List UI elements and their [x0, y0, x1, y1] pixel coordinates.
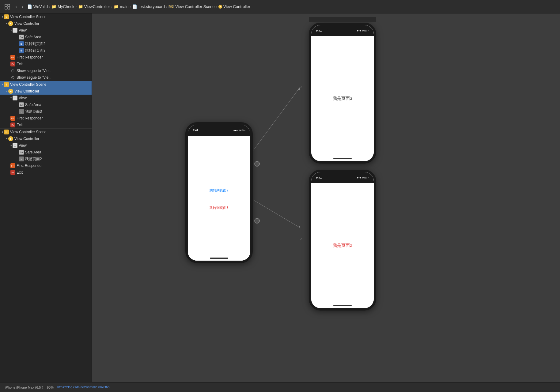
sidebar-vc3[interactable]: ● View Controller: [0, 135, 92, 142]
phone-main-btn1: 跳转到页面2: [210, 188, 228, 193]
back-button[interactable]: ‹: [14, 3, 18, 10]
phone-main-homebar: [210, 258, 228, 259]
breadcrumb-vc[interactable]: ● View Controller: [218, 4, 250, 9]
svg-rect-3: [8, 7, 10, 9]
phone-main-notch: [204, 125, 234, 132]
phone-main-content: 跳转到页面2 跳转到页面3: [188, 136, 250, 261]
sidebar-safearea1[interactable]: SA Safe Area: [0, 34, 92, 40]
sidebar-section-3: S View Controller Scene ● View Controlle…: [0, 129, 92, 176]
svg-rect-1: [8, 4, 10, 6]
phone-page2[interactable]: View Controller 9:41 ●●●WiFi▪ 我是页面2: [309, 170, 376, 311]
sidebar-btn1[interactable]: B 跳转到页面2: [0, 40, 92, 47]
breadcrumb-scene[interactable]: VC View Controller Scene: [168, 4, 214, 9]
phone-page3[interactable]: 9:41 ●●●WiFi▪ 我是页面3: [309, 23, 376, 164]
phone-page3-top-label: [309, 17, 376, 22]
sidebar-scene2[interactable]: S View Controller Scene: [0, 81, 92, 88]
phone-main-screen: 9:41 ●●●WiFi▪ 跳转到页面2 跳转到页面3: [188, 125, 250, 261]
sidebar-fr3[interactable]: FR First Responder: [0, 162, 92, 169]
svg-rect-0: [5, 4, 7, 6]
phone-page2-status: ●●●WiFi▪: [357, 176, 369, 179]
phone-page2-notch: [327, 172, 358, 179]
sidebar-btn2[interactable]: B 跳转到页面3: [0, 47, 92, 54]
phone-page3-screen: 9:41 ●●●WiFi▪ 我是页面3: [311, 25, 374, 161]
sidebar-exit3[interactable]: Ex Exit: [0, 169, 92, 176]
conn-dot-1: [254, 161, 260, 167]
svg-rect-2: [5, 7, 7, 9]
breadcrumb-main[interactable]: 📁 main: [114, 4, 128, 9]
sidebar-scene3[interactable]: S View Controller Scene: [0, 129, 92, 135]
breadcrumb: 📄 WeValid › 📁 MyCheck › 📁 ViewController…: [27, 4, 250, 9]
sidebar-section-2: S View Controller Scene ● View Controlle…: [0, 81, 92, 129]
sidebar-segue2[interactable]: ⊙ Show segue to "Vie...: [0, 74, 92, 81]
phone-page3-notchbar: 9:41 ●●●WiFi▪: [311, 25, 374, 36]
phone-page2-text: 我是页面2: [333, 243, 352, 248]
canvas[interactable]: › › View Controller 9:41 ●●●WiFi▪ 跳转到页面2…: [92, 13, 560, 382]
sidebar-lbl2[interactable]: L 我是页面2: [0, 156, 92, 162]
breadcrumb-storyboard[interactable]: 📄 test.storyboard: [132, 4, 165, 9]
conn-dot-2: [254, 218, 260, 224]
nav-bar: ‹ › 📄 WeValid › 📁 MyCheck › 📁 ViewContro…: [0, 0, 560, 13]
phone-main-btn2: 跳转到页面3: [210, 205, 228, 210]
bottom-zoom: 90%: [47, 386, 54, 389]
breadcrumb-mycheck[interactable]: 📁 MyCheck: [51, 4, 74, 9]
breadcrumb-wevalid[interactable]: 📄 WeValid: [27, 4, 48, 9]
sidebar-exit2[interactable]: Ex Exit: [0, 122, 92, 128]
svg-marker-5: [298, 87, 300, 91]
sidebar-fr1[interactable]: FR First Responder: [0, 54, 92, 61]
arrow-to-page3: ›: [300, 84, 302, 89]
svg-marker-7: [298, 225, 300, 228]
sidebar-section-1: S View Controller Scene ● View Controlle…: [0, 13, 92, 81]
phone-page3-notch: [327, 25, 358, 32]
phone-page3-content: 我是页面3: [311, 36, 374, 161]
phone-page3-text: 我是页面3: [333, 96, 352, 101]
sidebar-safearea2[interactable]: SA Safe Area: [0, 101, 92, 108]
arrow-to-page2: ›: [300, 236, 302, 241]
grid-icon[interactable]: [3, 2, 12, 11]
forward-button[interactable]: ›: [21, 3, 25, 10]
phone-page2-scene-label: View Controller: [311, 170, 374, 171]
phone-page2-homebar: [333, 305, 352, 306]
phone-main-notchbar: 9:41 ●●●WiFi▪: [188, 125, 250, 136]
sidebar-safearea3[interactable]: SA Safe Area: [0, 149, 92, 156]
sidebar-vc2[interactable]: ● View Controller: [0, 88, 92, 95]
phone-page2-screen: 9:41 ●●●WiFi▪ 我是页面2: [311, 172, 374, 308]
main-content: S View Controller Scene ● View Controlle…: [0, 13, 560, 382]
bottom-url[interactable]: https://blog.csdn.net/weixin/208870829..…: [57, 386, 113, 389]
sidebar-fr2[interactable]: FR First Responder: [0, 115, 92, 122]
breadcrumb-viewcontroller[interactable]: 📁 ViewController: [78, 4, 110, 9]
bottom-bar: iPhone iPhone Max (6.5") 90% https://blo…: [0, 382, 560, 392]
sidebar-lbl1[interactable]: L 我是页面3: [0, 108, 92, 115]
phone-page3-homebar: [333, 158, 352, 159]
bottom-device: iPhone iPhone Max (6.5"): [5, 386, 43, 389]
sidebar-view1[interactable]: □ View: [0, 27, 92, 34]
phone-main[interactable]: View Controller 9:41 ●●●WiFi▪ 跳转到页面2 跳转到…: [185, 122, 253, 263]
sidebar-view3[interactable]: □ View: [0, 142, 92, 149]
sidebar-exit1[interactable]: Ex Exit: [0, 61, 92, 67]
phone-page2-notchbar: 9:41 ●●●WiFi▪: [311, 172, 374, 183]
sidebar-vc1[interactable]: ● View Controller: [0, 20, 92, 27]
sidebar: S View Controller Scene ● View Controlle…: [0, 13, 92, 382]
phone-page2-content: 我是页面2: [311, 183, 374, 308]
phone-main-status: ●●●WiFi▪: [233, 129, 245, 132]
phone-page3-status: ●●●WiFi▪: [357, 29, 369, 32]
sidebar-view2[interactable]: □ View: [0, 95, 92, 101]
sidebar-scene1[interactable]: S View Controller Scene: [0, 13, 92, 20]
sidebar-segue1[interactable]: ⊙ Show segue to "Vie...: [0, 67, 92, 74]
